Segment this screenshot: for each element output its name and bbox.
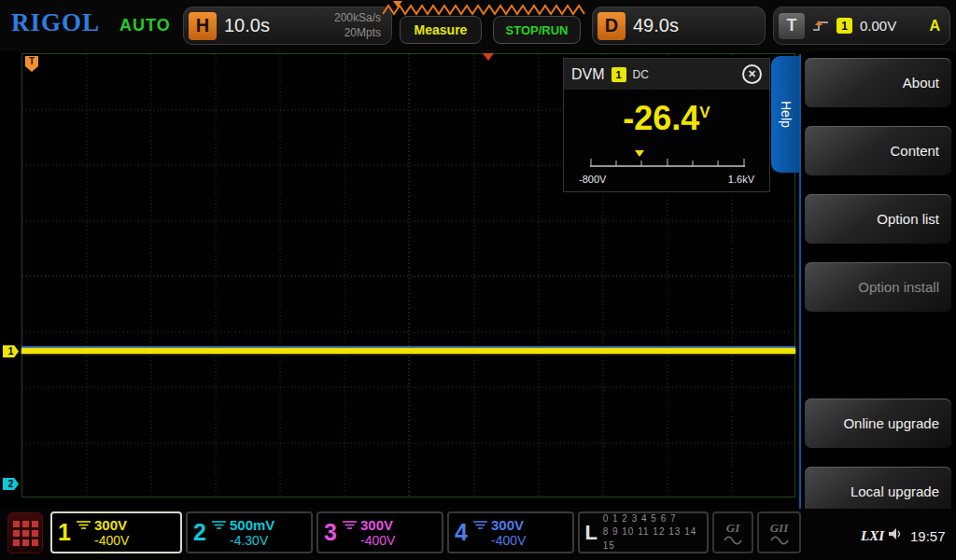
trigger-level-value: 0.00V	[860, 18, 896, 34]
dvm-reading-value: -26.4	[623, 99, 699, 137]
trigger-time-marker-icon[interactable]	[483, 53, 494, 61]
dvm-reading-unit: V	[699, 104, 710, 121]
channel4-offset: -400V	[473, 533, 572, 548]
coupling-icon	[473, 520, 487, 530]
coupling-icon	[77, 520, 91, 530]
logic-analyzer-status-box[interactable]: L 0 1 2 3 4 5 6 7 8 9 10 11 12 13 14 15	[578, 511, 709, 553]
channel1-level-marker[interactable]: 1	[3, 345, 19, 357]
horizontal-status-box[interactable]: H 10.0s 200kSa/s 20Mpts	[183, 7, 392, 45]
channel1-number: 1	[52, 519, 77, 546]
menu-item-option-list[interactable]: Option list	[805, 194, 951, 244]
trigger-slope-icon	[812, 20, 829, 33]
menu-item-content[interactable]: Content	[805, 126, 951, 175]
channel3-offset: -400V	[343, 533, 442, 548]
menu-divider	[799, 54, 801, 521]
coupling-icon	[212, 520, 226, 530]
delay-badge: D	[598, 12, 626, 40]
channel3-number: 3	[318, 519, 343, 546]
channel4-scale: 300V	[491, 517, 524, 533]
dvm-scale-max: 1.6kV	[728, 174, 754, 185]
channel1-scale: 300V	[94, 517, 127, 533]
trigger-mode-indicator: A	[929, 18, 940, 35]
memory-depth: 20Mpts	[334, 26, 381, 41]
sine-wave-icon	[724, 536, 742, 545]
channel2-number: 2	[188, 519, 212, 546]
trigger-badge: T	[779, 13, 805, 39]
source2-label: GII	[770, 521, 789, 536]
channel1-trace	[21, 348, 795, 354]
horizontal-badge: H	[189, 12, 217, 40]
channel2-level-marker[interactable]: 2	[3, 478, 19, 490]
channel1-offset: -400V	[77, 533, 180, 548]
dvm-title: DVM	[571, 66, 605, 83]
coupling-icon	[343, 520, 357, 530]
help-menu-tab[interactable]: Help	[771, 56, 801, 173]
digital-channels-row2: 8 9 10 11 12 13 14 15	[603, 525, 707, 553]
dvm-scale-min: -800V	[579, 174, 606, 185]
speaker-icon[interactable]	[888, 527, 904, 541]
channel4-status-box[interactable]: 4 300V -400V	[447, 511, 574, 553]
dvm-header: DVM 1 DC ✕	[564, 59, 769, 90]
stop-run-button[interactable]: STOP/RUN	[493, 16, 581, 44]
measure-button[interactable]: Measure	[400, 16, 482, 44]
dvm-channel-badge: 1	[612, 67, 626, 82]
dvm-scale-pointer-icon	[635, 150, 644, 157]
trigger-status-box[interactable]: T 1 0.00V A	[773, 7, 950, 45]
menu-item-about[interactable]: About	[805, 58, 951, 107]
sine-wave-icon	[770, 536, 789, 545]
bottom-status-bar: 1 300V -400V 2 500mV -4.30V 3 300V -400V	[0, 509, 956, 560]
delay-status-box[interactable]: D 49.0s	[592, 7, 766, 45]
menu-item-option-install: Option install	[805, 262, 951, 312]
channel2-offset: -4.30V	[212, 533, 311, 548]
close-icon[interactable]: ✕	[742, 64, 762, 84]
lxi-logo: LXI	[861, 528, 884, 544]
dvm-scale-ruler	[590, 156, 745, 167]
top-status-bar: RIGOL AUTO H 10.0s 200kSa/s 20Mpts Measu…	[0, 0, 956, 51]
delay-value: 49.0s	[633, 15, 679, 36]
channel2-scale: 500mV	[230, 517, 274, 533]
channel3-scale: 300V	[360, 517, 393, 533]
waveform-overview-icon	[383, 2, 590, 17]
grid-dots-icon	[13, 521, 20, 527]
menu-grid-button[interactable]	[7, 512, 43, 553]
channel2-status-box[interactable]: 2 500mV -4.30V	[186, 511, 313, 553]
menu-item-online-upgrade[interactable]: Online upgrade	[805, 399, 951, 448]
dvm-reading: -26.4V	[564, 99, 769, 138]
logic-analyzer-label: L	[580, 521, 603, 545]
source1-status-box[interactable]: GI	[712, 511, 753, 553]
source2-status-box[interactable]: GII	[757, 511, 801, 553]
channel3-status-box[interactable]: 3 300V -400V	[316, 511, 443, 553]
rigol-logo: RIGOL	[11, 8, 100, 37]
system-time: 19:57	[910, 528, 946, 544]
source1-label: GI	[726, 521, 739, 536]
acquire-mode-indicator: AUTO	[120, 16, 171, 35]
dvm-mode-label: DC	[633, 68, 649, 81]
sample-rate: 200kSa/s	[334, 11, 381, 26]
channel1-status-box[interactable]: 1 300V -400V	[50, 511, 182, 553]
timebase-value: 10.0s	[224, 15, 270, 36]
dvm-popup: DVM 1 DC ✕ -26.4V -800V 1.6kV	[563, 58, 770, 192]
channel4-number: 4	[449, 519, 473, 546]
digital-channels-row1: 0 1 2 3 4 5 6 7	[603, 512, 707, 526]
overview-trigger-marker-icon	[393, 1, 402, 7]
trigger-source-badge: 1	[836, 18, 852, 34]
